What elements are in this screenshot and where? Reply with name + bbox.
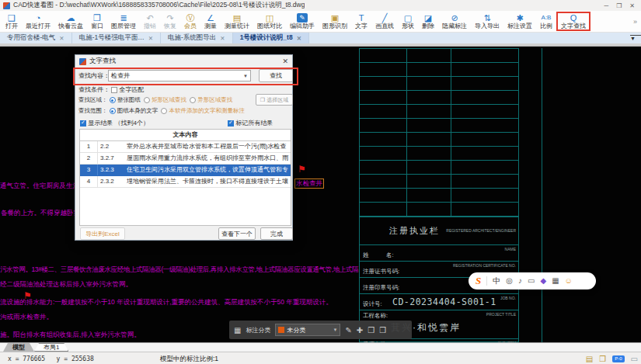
show-results-row: 显示结果 （找到4个） [80,119,149,127]
microphone-icon[interactable]: ♪ [518,272,522,289]
sogou-logo-icon[interactable]: S [476,272,481,289]
cad-note-text: 备餐的上方。不得穿越卧室、 [1,209,87,218]
toolbar-vip-button[interactable]: Ⓥ会员 [180,11,200,32]
edit-icon[interactable]: ✎ [345,326,351,335]
tab-drawing-3[interactable]: 电施-系统图导出✕ [161,33,233,43]
toolbar-delete-button[interactable]: ◪删除 [418,11,438,32]
edit-assistant-icon: ✎ [297,13,308,23]
category-dropdown[interactable]: 未分类 ▼ [275,324,340,336]
tab-list-dropdown-icon[interactable]: ▼ [630,35,641,41]
monitor-icon[interactable]: ▭ [631,355,638,363]
view-next-button[interactable]: 查看下一个 [218,227,256,240]
cad-note-text: 污水管网。13#楼二、三层餐饮含油废水应经地上式隔油器(一级隔油)处理后,再排入… [0,265,358,275]
toolbar-measure-stats-button[interactable]: ▤测量统计 [221,11,253,32]
main-toolbar: ❑打开 ◔最近打开 ☁快看云盘 ❒窗口 ≣图层管理 ↶撤销 ↷恢复 Ⓥ会员 ∠测… [0,11,641,33]
copy-icon[interactable]: ❐ [368,326,374,335]
input-mode-icon[interactable]: 中 [493,272,500,289]
move-icon[interactable]: ✚ [357,326,363,335]
folder-open-icon: ❑ [8,13,16,23]
toolbar-window-button[interactable]: ❒窗口 [87,11,107,32]
paste-icon[interactable]: ❒ [379,326,386,335]
toolbar-redo-button[interactable]: ↷恢复 [160,11,180,32]
area-polygon-radio[interactable] [190,97,196,103]
toolbar-text-button[interactable]: T文字 [351,11,371,32]
scope-drawing-text-radio[interactable] [110,108,116,114]
match-whole-checkbox[interactable] [111,87,117,93]
compare-icon: ◫ [266,13,273,23]
table-row-selected[interactable]: 3 3.2.3 住宅卫生间污水采用双立管排水系统，设置伸顶通气管和专 [80,165,291,176]
model-tab[interactable]: 模型 [3,343,34,352]
dialog-title: 文字查找 [89,57,116,66]
show-results-checkbox[interactable] [80,120,86,127]
export-excel-button[interactable]: 导出到Excel [80,227,125,240]
drawing-canvas[interactable]: 通气立管。住宅厨房及生活阳 备餐的上方。不得穿越卧室、 ⚑ 水检查井 污水管网。… [0,47,641,342]
toolbar-shape-button[interactable]: ▢形状 [398,11,418,32]
toolbar-recent-open-button[interactable]: ◔最近打开 [22,11,54,32]
tab-drawing-4-active[interactable]: 1号楼设计说明_t8✕ [233,33,309,43]
p0-badge[interactable]: P-0 [612,355,624,362]
table-row[interactable]: 4 2.3.2 埋地钢管采用法兰、卡箍连接时，接口不得直接埋设于土壤 [80,176,291,188]
tab-drawing-2[interactable]: 电施-1号楼强电平面…✕ [72,33,161,43]
table-row[interactable]: 1 2.2 室外总水表井至城市给水管和本工程最后一个污(雨)水检查 [80,141,291,153]
toolbar-drawing-compare-button[interactable]: ◫图纸对比 [253,11,286,32]
find-button[interactable]: 查找 [259,69,293,82]
toolbar-draw-line-button[interactable]: ╱画直线 [371,11,398,32]
dialog-close-icon[interactable]: ✕ [282,57,288,65]
cursor-tool-icon[interactable]: ◎ [506,272,513,289]
toolbar-shape-recognize-button[interactable]: ▣图形识别 [319,11,351,32]
cad-note-text: 通气立管。住宅厨房及生活阳 [0,182,86,191]
classify-grid-icon[interactable]: ▦ [234,326,241,335]
emoji-icon[interactable]: ☺ [565,272,573,289]
toolbar-import-export-button[interactable]: ⇅导入导出 [471,11,503,32]
toolbar-cloud-disk-button[interactable]: ☁快看云盘 [54,11,87,32]
toolbar-annotation-settings-button[interactable]: ✱标注设置 [503,11,536,32]
mark-all-checkbox[interactable] [228,120,234,127]
find-content-value: 检查井 [111,71,130,80]
area-whole-drawing-radio[interactable] [110,97,116,103]
find-condition-row: 查找条件： 全字匹配 [78,85,144,94]
cursor-coordinates: x = 776665 y = 255638 [8,355,94,362]
toolbar-layer-manage-button[interactable]: ≣图层管理 [107,11,140,32]
toolbox-grid-icon[interactable]: ▦ [552,272,559,289]
dialog-title-bar[interactable]: 文字查找 ✕ [75,55,292,68]
toolbar-scale-button[interactable]: A:B比例 [536,11,556,32]
scale-icon: A:B [542,13,552,23]
divider [486,276,487,286]
toolbar-edit-assistant-button[interactable]: ✎编辑助手 [286,11,319,32]
layout1-tab[interactable]: 布局1 [34,343,68,352]
toolbar-measure-button[interactable]: ∠测量 [200,11,221,32]
title-block-registration-row: 注册执业栏 REGISTERED ARCHITECT/ENGINEER [360,217,518,244]
window-icon: ❒ [93,13,101,23]
save-icon[interactable]: ▤ [586,355,593,363]
tab-close-icon[interactable]: ✕ [148,35,153,42]
find-area-row: 查找区域： 整张图纸 矩形区域查找 异形区域查找 [78,96,232,104]
flag-marker-icon: ⚑ [23,291,32,300]
skin-icon[interactable]: ◆ [540,272,546,289]
import-export-icon: ⇅ [483,13,490,23]
document-tab-bar: 专用宿舍楼-电气✕ 电施-1号楼强电平面…✕ 电施-系统图导出✕ 1号楼设计说明… [0,33,641,43]
flag-marker-icon: ⚑ [298,165,306,174]
area-rect-radio[interactable] [144,97,150,103]
scope-app-text-radio[interactable] [161,108,167,114]
close-button[interactable]: ✕ [629,2,635,9]
toolbar-hide-annotation-button[interactable]: ⊘隐藏标注 [438,11,471,32]
annotation-settings-icon: ✱ [516,13,523,23]
toolbar-undo-button[interactable]: ↶撤销 [140,11,160,32]
tab-drawing-1[interactable]: 专用宿舍楼-电气✕ [0,33,72,43]
table-row[interactable]: 2 3.2.7 屋面雨水采用重力流排水系统，有组织排至室外雨水口、雨 [80,153,291,165]
vip-icon: Ⓥ [186,13,195,23]
done-button[interactable]: 完成 [260,227,293,240]
chevron-down-icon[interactable]: ▼ [243,74,248,78]
tab-close-icon[interactable]: ✕ [297,35,301,42]
toolbar-overflow-icon[interactable]: » [633,18,639,26]
tab-close-icon[interactable]: ✕ [59,35,64,42]
tab-close-icon[interactable]: ✕ [220,35,225,42]
soft-keyboard-icon[interactable]: ▭ [528,272,535,289]
share-icon[interactable]: ❒ [599,355,606,363]
toolbar-open-button[interactable]: ❑打开 [2,11,22,32]
find-content-combobox[interactable]: 检查井 ▼ [108,70,251,81]
select-area-button[interactable]: ❐ 选择区域 [256,94,293,106]
toolbar-text-find-button[interactable]: Q文字查找 [556,12,590,31]
maximize-button[interactable]: ❒ [616,2,622,9]
minimize-button[interactable]: ─ [604,2,608,9]
